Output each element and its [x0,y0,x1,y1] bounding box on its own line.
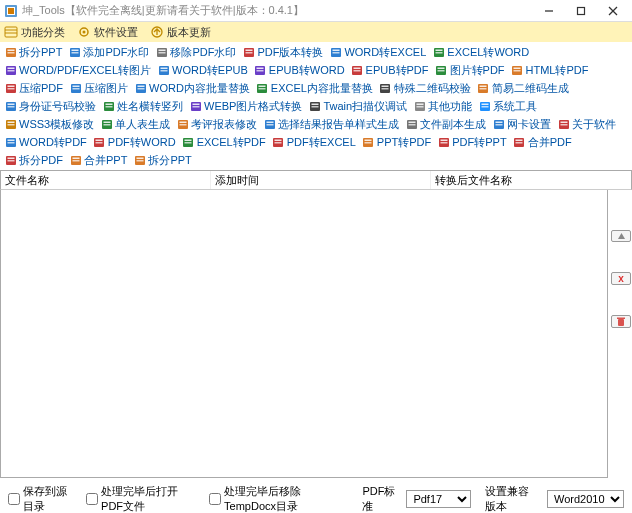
categories-icon [4,25,18,39]
svg-rect-2 [8,8,14,14]
tool-btn-10[interactable]: 图片转PDF [435,62,505,78]
tool-btn-37[interactable]: 合并PDF [513,134,572,150]
move-up-button[interactable] [611,230,631,242]
tool-btn-9[interactable]: EPUB转PDF [351,62,429,78]
chk-save-to-src-input[interactable] [8,493,20,505]
tool-btn-38[interactable]: 拆分PDF [4,152,63,168]
tool-btn-34[interactable]: PDF转EXCEL [272,134,356,150]
tool-btn-29[interactable]: 网卡设置 [492,116,551,132]
tool-label: EPUB转PDF [366,63,429,78]
tool-btn-2[interactable]: 移除PDF水印 [155,44,236,60]
tool-btn-33[interactable]: EXCEL转PDF [182,134,266,150]
tool-btn-6[interactable]: WORD/PDF/EXCEL转图片 [4,62,151,78]
tool-label: PDF转WORD [108,135,176,150]
tool-btn-18[interactable]: 身份证号码校验 [4,98,96,114]
menu-settings[interactable]: 软件设置 [77,25,138,40]
tool-icon [4,64,17,77]
minimize-button[interactable] [534,1,564,21]
tool-btn-27[interactable]: 选择结果报告单样式生成 [263,116,399,132]
tool-label: PDF转PPT [452,135,506,150]
col-addtime[interactable]: 添加时间 [211,171,431,189]
tool-btn-21[interactable]: Twain扫描仪调试 [308,98,407,114]
tool-btn-16[interactable]: 特殊二维码校验 [379,80,471,96]
tool-btn-17[interactable]: 简易二维码生成 [477,80,569,96]
svg-rect-95 [266,122,273,124]
tool-btn-23[interactable]: 系统工具 [478,98,537,114]
svg-rect-26 [332,50,339,52]
tool-btn-24[interactable]: WSS3模板修改 [4,116,94,132]
pdf-standard-label: PDF标准 [362,484,398,513]
tool-label: 合并PDF [528,135,572,150]
tool-icon [432,46,445,59]
chk-remove-temp[interactable]: 处理完毕后移除TempDocx目录 [209,484,344,513]
remove-button[interactable]: x [611,272,631,285]
tool-btn-25[interactable]: 单人表生成 [100,116,170,132]
delete-button[interactable] [611,315,631,328]
workspace: x [0,190,632,478]
svg-rect-74 [192,104,199,106]
col-filename[interactable]: 文件名称 [1,171,211,189]
tool-btn-39[interactable]: 合并PPT [69,152,127,168]
tool-btn-8[interactable]: EPUB转WORD [254,62,345,78]
svg-rect-110 [96,140,103,142]
svg-rect-54 [72,88,79,90]
tool-icon [272,136,285,149]
tool-btn-36[interactable]: PDF转PPT [437,134,506,150]
svg-rect-132 [72,160,79,162]
file-list[interactable] [0,190,608,478]
tool-label: 合并PPT [84,153,127,168]
tool-btn-35[interactable]: PPT转PDF [362,134,431,150]
svg-rect-125 [516,140,523,142]
svg-point-11 [83,31,86,34]
tool-btn-26[interactable]: 考评报表修改 [176,116,257,132]
menu-categories[interactable]: 功能分类 [4,25,65,40]
tool-btn-15[interactable]: EXCEL内容批量替换 [256,80,373,96]
chk-open-after-input[interactable] [86,493,98,505]
col-converted[interactable]: 转换后文件名称 [431,171,631,189]
tool-btn-28[interactable]: 文件副本生成 [405,116,486,132]
tool-btn-20[interactable]: WEBP图片格式转换 [189,98,302,114]
menu-label: 功能分类 [21,25,65,40]
tool-btn-31[interactable]: WORD转PDF [4,134,87,150]
svg-rect-29 [435,50,442,52]
tool-btn-14[interactable]: WORD内容批量替换 [134,80,250,96]
tool-btn-4[interactable]: WORD转EXCEL [329,44,426,60]
chk-label: 保存到源目录 [23,484,74,513]
maximize-button[interactable] [566,1,596,21]
menu-update[interactable]: 版本更新 [150,25,211,40]
svg-rect-78 [311,106,318,108]
chk-open-after[interactable]: 处理完毕后打开PDF文件 [86,484,197,513]
tool-btn-5[interactable]: EXCEL转WORD [432,44,529,60]
svg-rect-90 [103,124,110,126]
tool-btn-7[interactable]: WORD转EPUB [157,62,248,78]
svg-rect-47 [514,68,521,70]
chk-save-to-src[interactable]: 保存到源目录 [8,484,74,513]
options-panel: 保存到源目录 处理完毕后打开PDF文件 处理完毕后移除TempDocx目录 PD… [0,478,632,513]
tool-icon [69,82,82,95]
tool-btn-40[interactable]: 拆分PPT [133,152,191,168]
compat-select[interactable]: Word2010 [547,490,624,508]
menubar: 功能分类 软件设置 版本更新 [0,22,632,42]
tool-btn-12[interactable]: 压缩PDF [4,80,63,96]
svg-rect-14 [7,50,14,52]
tool-btn-30[interactable]: 关于软件 [557,116,616,132]
chk-remove-temp-input[interactable] [209,493,221,505]
tool-btn-1[interactable]: 添加PDF水印 [68,44,149,60]
close-button[interactable] [598,1,628,21]
tool-icon [93,136,106,149]
tool-btn-13[interactable]: 压缩图片 [69,80,128,96]
svg-rect-53 [72,86,79,88]
tool-btn-0[interactable]: 拆分PPT [4,44,62,60]
tool-label: 压缩图片 [84,81,128,96]
pdf-standard-select[interactable]: Pdf17 [406,490,471,508]
tool-btn-3[interactable]: PDF版本转换 [242,44,323,60]
tool-btn-19[interactable]: 姓名横转竖列 [102,98,183,114]
tool-icon [176,118,189,131]
tool-btn-32[interactable]: PDF转WORD [93,134,176,150]
svg-rect-38 [257,68,264,70]
svg-rect-57 [137,88,144,90]
update-icon [150,25,164,39]
tool-btn-11[interactable]: HTML转PDF [511,62,589,78]
svg-rect-96 [266,124,273,126]
tool-btn-22[interactable]: 其他功能 [413,98,472,114]
